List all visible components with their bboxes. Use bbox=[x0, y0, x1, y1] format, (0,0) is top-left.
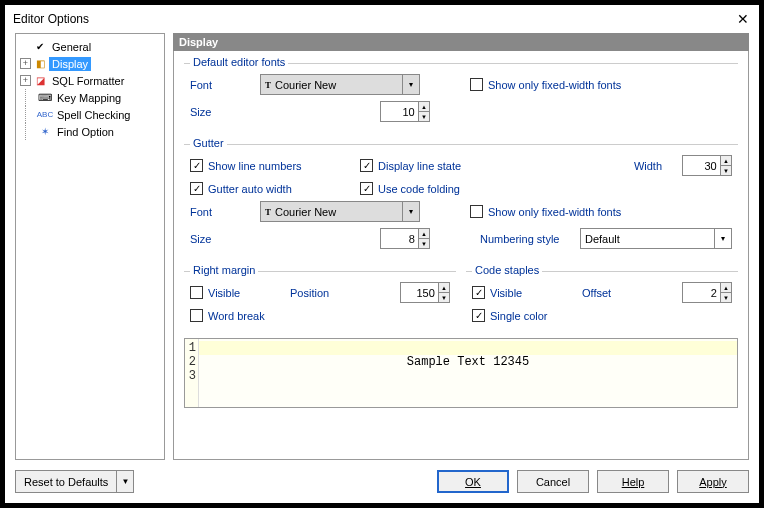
reset-dropdown-button[interactable]: ▼ bbox=[116, 470, 134, 493]
size-spinner[interactable]: ▲▼ bbox=[380, 101, 430, 122]
tree-item-general[interactable]: ✔ General bbox=[18, 38, 162, 55]
group-title-right-margin: Right margin bbox=[190, 264, 258, 276]
spellcheck-icon: ABC bbox=[38, 108, 52, 122]
spin-up-icon[interactable]: ▲ bbox=[439, 283, 449, 293]
expand-icon[interactable]: + bbox=[20, 58, 31, 69]
word-break-checkbox[interactable]: Word break bbox=[190, 309, 265, 322]
reset-defaults-button[interactable]: Reset to Defaults bbox=[15, 470, 116, 493]
display-line-state-checkbox[interactable]: ✓Display line state bbox=[360, 159, 520, 172]
width-input[interactable] bbox=[683, 156, 720, 175]
spin-down-icon[interactable]: ▼ bbox=[439, 293, 449, 302]
truetype-icon: T bbox=[265, 80, 271, 90]
font-label: Font bbox=[190, 79, 250, 91]
close-button[interactable]: ✕ bbox=[735, 11, 751, 27]
gutter-size-spinner[interactable]: ▲▼ bbox=[380, 228, 430, 249]
panel-header: Display bbox=[173, 33, 749, 51]
formatter-icon: ◪ bbox=[33, 74, 47, 88]
group-title-gutter: Gutter bbox=[190, 137, 227, 149]
cs-visible-checkbox[interactable]: ✓Visible bbox=[472, 286, 572, 299]
expand-icon[interactable]: + bbox=[20, 75, 31, 86]
gutter-auto-width-checkbox[interactable]: ✓Gutter auto width bbox=[190, 182, 350, 195]
position-spinner[interactable]: ▲▼ bbox=[400, 282, 450, 303]
truetype-icon: T bbox=[265, 207, 271, 217]
spin-down-icon[interactable]: ▼ bbox=[419, 112, 429, 121]
spin-up-icon[interactable]: ▲ bbox=[419, 102, 429, 112]
width-label: Width bbox=[530, 160, 672, 172]
offset-label: Offset bbox=[582, 287, 611, 299]
size-label: Size bbox=[190, 106, 250, 118]
sample-gutter: 1 2 3 bbox=[185, 339, 199, 407]
tree-item-display[interactable]: + ◧ Display bbox=[18, 55, 162, 72]
spin-down-icon[interactable]: ▼ bbox=[721, 166, 731, 175]
gutter-font-combo[interactable]: TCourier New ▾ bbox=[260, 201, 420, 222]
keyboard-icon: ⌨ bbox=[38, 91, 52, 105]
use-code-folding-checkbox[interactable]: ✓Use code folding bbox=[360, 182, 460, 195]
position-input[interactable] bbox=[401, 283, 438, 302]
spin-up-icon[interactable]: ▲ bbox=[419, 229, 429, 239]
gutter-size-label: Size bbox=[190, 233, 250, 245]
group-title-default-fonts: Default editor fonts bbox=[190, 56, 288, 68]
tree-item-find-option[interactable]: ✶ Find Option bbox=[18, 123, 162, 140]
display-icon: ◧ bbox=[33, 57, 47, 71]
titlebar: Editor Options ✕ bbox=[5, 5, 759, 33]
rm-visible-checkbox[interactable]: Visible bbox=[190, 286, 280, 299]
tree-item-sql-formatter[interactable]: + ◪ SQL Formatter bbox=[18, 72, 162, 89]
single-color-checkbox[interactable]: ✓Single color bbox=[472, 309, 547, 322]
window-title: Editor Options bbox=[13, 12, 89, 26]
cancel-button[interactable]: Cancel bbox=[517, 470, 589, 493]
chevron-down-icon[interactable]: ▾ bbox=[402, 75, 419, 94]
group-title-code-staples: Code staples bbox=[472, 264, 542, 276]
spin-down-icon[interactable]: ▼ bbox=[721, 293, 731, 302]
gutter-size-input[interactable] bbox=[381, 229, 418, 248]
sample-preview: 1 2 3 Sample Text 12345 bbox=[184, 338, 738, 408]
width-spinner[interactable]: ▲▼ bbox=[682, 155, 732, 176]
spin-up-icon[interactable]: ▲ bbox=[721, 283, 731, 293]
offset-input[interactable] bbox=[683, 283, 720, 302]
gutter-font-label: Font bbox=[190, 206, 250, 218]
position-label: Position bbox=[290, 287, 329, 299]
find-icon: ✶ bbox=[38, 125, 52, 139]
check-icon: ✔ bbox=[33, 40, 47, 54]
tree-item-key-mapping[interactable]: ⌨ Key Mapping bbox=[18, 89, 162, 106]
sample-text: Sample Text 12345 bbox=[199, 355, 737, 369]
font-combo[interactable]: TCourier New ▾ bbox=[260, 74, 420, 95]
offset-spinner[interactable]: ▲▼ bbox=[682, 282, 732, 303]
tree-item-spell-checking[interactable]: ABC Spell Checking bbox=[18, 106, 162, 123]
chevron-down-icon[interactable]: ▾ bbox=[714, 229, 731, 248]
show-line-numbers-checkbox[interactable]: ✓Show line numbers bbox=[190, 159, 350, 172]
fixed-width-checkbox[interactable]: Show only fixed-width fonts bbox=[470, 78, 621, 91]
numbering-style-label: Numbering style bbox=[480, 233, 570, 245]
help-button[interactable]: Help bbox=[597, 470, 669, 493]
spin-up-icon[interactable]: ▲ bbox=[721, 156, 731, 166]
category-tree[interactable]: ✔ General + ◧ Display + ◪ SQL Formatter … bbox=[15, 33, 165, 460]
ok-button[interactable]: OK bbox=[437, 470, 509, 493]
gutter-fixed-width-checkbox[interactable]: Show only fixed-width fonts bbox=[470, 205, 621, 218]
spin-down-icon[interactable]: ▼ bbox=[419, 239, 429, 248]
editor-options-window: Editor Options ✕ ✔ General + ◧ Display +… bbox=[4, 4, 760, 504]
numbering-style-combo[interactable]: Default ▾ bbox=[580, 228, 732, 249]
size-input[interactable] bbox=[381, 102, 418, 121]
chevron-down-icon[interactable]: ▾ bbox=[402, 202, 419, 221]
apply-button[interactable]: Apply bbox=[677, 470, 749, 493]
